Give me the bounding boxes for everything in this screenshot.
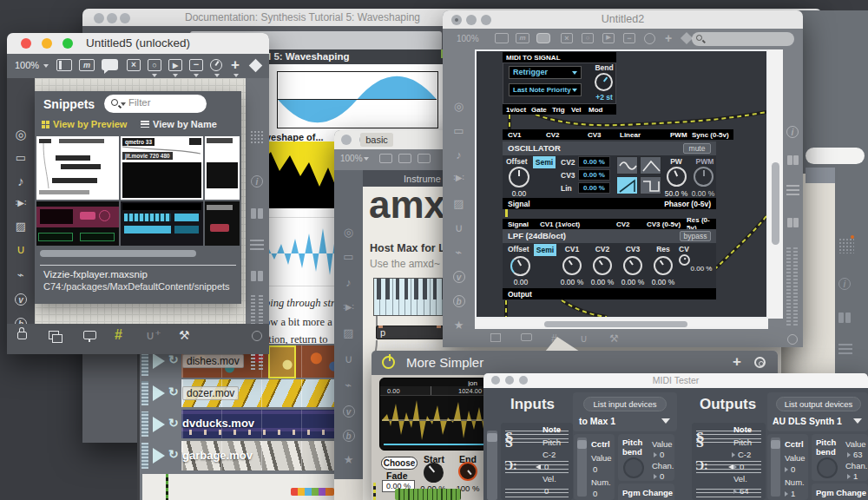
audio-icon[interactable]: ♪ — [334, 276, 363, 289]
offset-knob[interactable] — [509, 167, 529, 188]
delete-object-icon[interactable]: × — [561, 33, 573, 43]
plug-icon[interactable]: ⌁ — [7, 268, 35, 281]
end-knob[interactable] — [458, 462, 477, 481]
comment-icon[interactable] — [418, 154, 431, 163]
snippet-thumbnail[interactable] — [205, 136, 240, 200]
pitch-bend-knob[interactable] — [623, 457, 644, 478]
selection-highlight[interactable] — [268, 345, 296, 378]
play-button[interactable] — [153, 353, 165, 369]
edge-slider[interactable] — [487, 431, 497, 500]
bend-knob[interactable] — [595, 73, 613, 91]
semi-toggle[interactable]: Semi — [534, 244, 556, 256]
snippet-thumbnail[interactable] — [121, 201, 203, 246]
columns-icon[interactable] — [787, 218, 799, 227]
comment-icon[interactable] — [102, 59, 118, 70]
columns-icon[interactable] — [838, 312, 851, 323]
cv2-knob[interactable] — [593, 256, 612, 275]
power-icon[interactable] — [252, 331, 262, 341]
target-icon[interactable] — [754, 357, 766, 368]
star-icon[interactable]: ★ — [334, 453, 363, 466]
info-icon[interactable]: i — [838, 278, 851, 290]
tab-view-by-name[interactable]: View by Name — [141, 119, 217, 129]
u2-vertical-scrollbar[interactable] — [768, 49, 783, 319]
lin-value[interactable]: 0.00 % — [578, 182, 610, 194]
movie-name[interactable]: dishes.mov — [182, 354, 244, 368]
snippets-scrollbar[interactable] — [40, 250, 196, 257]
columns-icon[interactable] — [787, 155, 799, 165]
patcher-object-midimassage[interactable]: p midimassage — [376, 326, 444, 339]
lpf-offset-knob[interactable] — [510, 256, 530, 276]
bg-search-pill[interactable] — [806, 148, 865, 164]
add-object-icon[interactable]: + — [231, 56, 240, 74]
paperclip-icon-active[interactable]: ∪ — [7, 242, 35, 256]
movie-name[interactable]: dvducks.mov — [182, 417, 254, 430]
console-icon[interactable]: ▭ — [7, 151, 35, 164]
add-icon[interactable]: + — [733, 353, 741, 371]
mute-button[interactable]: mute — [683, 143, 711, 154]
midi-titlebar[interactable]: MIDI Tester — [483, 373, 868, 388]
snippet-thumbnail[interactable]: qmetro 33 jit.movie 720 480 — [121, 136, 203, 200]
comment-icon[interactable] — [536, 33, 550, 43]
grid-icon[interactable] — [250, 130, 265, 144]
console-icon[interactable]: ▭ — [443, 124, 475, 137]
beap-icon[interactable]: b — [334, 429, 363, 442]
vizzie-icon[interactable]: v — [7, 293, 35, 306]
toggle-icon[interactable]: ○ — [148, 59, 161, 71]
info-icon[interactable]: i — [786, 126, 799, 138]
audio-icon[interactable]: ♪ — [7, 174, 35, 188]
scrollbar-thumb[interactable] — [772, 162, 779, 245]
simpler-titlebar[interactable]: More Simpler + — [372, 351, 778, 375]
cv3-value[interactable]: 0.00 % — [578, 169, 610, 181]
message-icon[interactable]: m — [516, 33, 529, 43]
close-button[interactable] — [341, 135, 352, 145]
console-icon[interactable]: ▭ — [334, 250, 363, 263]
cv1-knob[interactable] — [562, 256, 582, 275]
presentation-icon[interactable] — [83, 331, 96, 339]
delete-object-icon[interactable]: × — [127, 59, 141, 71]
playbar-icon[interactable]: ▶ — [168, 59, 182, 71]
add-object-icon[interactable]: + — [665, 31, 672, 45]
layers-icon[interactable] — [490, 333, 501, 342]
grid-snap-icon-active[interactable]: # — [115, 327, 122, 343]
media-play-icon[interactable]: ∶▶∶ — [7, 198, 35, 207]
plug-icon[interactable]: ⌁ — [334, 378, 363, 391]
list-input-devices-button[interactable]: List input devices — [583, 397, 667, 411]
list-output-devices-button[interactable]: List output devices — [776, 397, 861, 411]
choose-button[interactable]: Choose — [381, 457, 418, 470]
object-icon[interactable] — [379, 154, 392, 163]
zoom-level[interactable]: 100% — [15, 60, 39, 70]
u2-titlebar[interactable]: Untitled2 — [443, 10, 803, 29]
dial-icon[interactable] — [210, 59, 222, 71]
movie-name[interactable]: garbage.mov — [182, 449, 253, 462]
loop-icon[interactable]: ↻ — [168, 416, 179, 430]
beap-icon[interactable]: b — [443, 294, 475, 307]
u2-patcher-canvas[interactable]: MIDI TO SIGNAL Retrigger Last Note Prior… — [475, 49, 768, 319]
object-icon[interactable] — [56, 59, 72, 71]
presentation-icon[interactable] — [521, 333, 532, 341]
target-icon[interactable]: ◎ — [7, 127, 35, 142]
midi-to-signal-header[interactable]: MIDI TO SIGNAL — [503, 52, 616, 62]
pitch-bend-knob[interactable] — [817, 457, 838, 478]
paperclip-icon[interactable]: ∪ — [443, 221, 475, 234]
paperclip-icon[interactable]: ∪ — [580, 332, 588, 345]
paint-bucket-icon[interactable] — [249, 59, 263, 73]
plug-icon[interactable]: ⌁ — [443, 246, 475, 259]
list-icon[interactable] — [838, 344, 852, 356]
drag-handle[interactable] — [141, 443, 148, 469]
zoom-button[interactable] — [120, 13, 130, 23]
target-icon[interactable]: ◎ — [334, 226, 363, 239]
number-box-icon[interactable]: − — [623, 33, 635, 43]
loop-icon[interactable]: ↻ — [168, 352, 179, 366]
minimize-button[interactable] — [107, 13, 117, 23]
columns-icon[interactable] — [251, 271, 263, 281]
start-knob[interactable] — [424, 463, 444, 483]
audio-icon[interactable]: ♪ — [443, 148, 475, 161]
star-icon[interactable]: ★ — [443, 319, 475, 332]
pw-knob[interactable] — [667, 167, 687, 187]
wrench-icon[interactable]: ⚒ — [609, 332, 619, 345]
pwm-knob[interactable] — [694, 167, 713, 187]
loop-icon[interactable]: ↻ — [168, 447, 179, 461]
output-device-select[interactable]: AU DLS Synth 1 — [773, 416, 842, 426]
vizzie-icon[interactable]: v — [334, 405, 363, 418]
list-icon[interactable] — [250, 240, 264, 252]
